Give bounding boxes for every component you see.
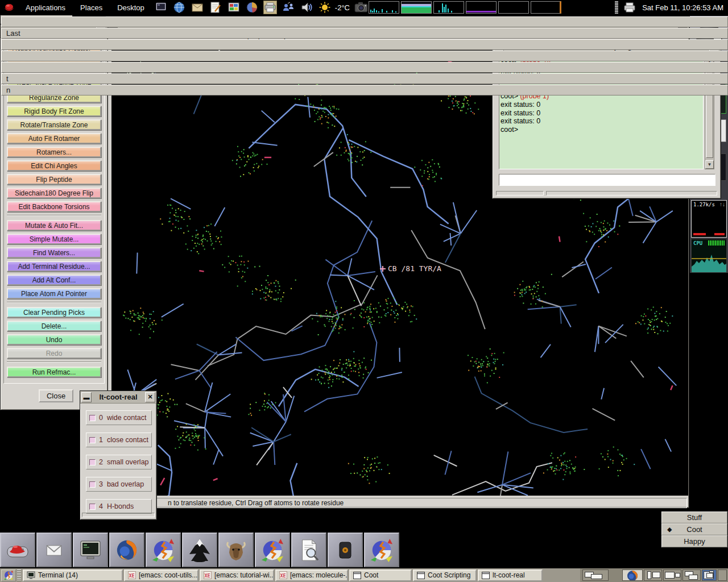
screenshot-camera-icon[interactable] (354, 1, 368, 14)
auto-fit-rotamer-button[interactable]: Auto Fit Rotamer (7, 133, 101, 144)
task-lt-coot-real[interactable]: lt-coot-real (478, 569, 543, 581)
dock-media-app-icon[interactable] (328, 533, 363, 567)
dock-coot-icon[interactable] (364, 533, 399, 567)
workspace-row-2[interactable] (1, 39, 728, 50)
workspace-cell[interactable] (718, 569, 727, 581)
redhat-menu-icon[interactable] (2, 1, 16, 14)
checkbox-2-small-overlap[interactable] (89, 459, 96, 465)
flip-peptide-button[interactable]: Flip Peptide (7, 174, 101, 185)
window-menu-button[interactable]: ▬ (81, 392, 92, 402)
sidechain180-degree-flip-button[interactable]: Sidechain180 Degree Flip (7, 188, 101, 198)
print-queue-icon[interactable] (623, 1, 636, 14)
terminal-icon (27, 571, 35, 579)
places-menu[interactable]: Places (80, 3, 102, 12)
applications-menu[interactable]: Applications (26, 3, 65, 12)
workspace-cell[interactable] (663, 569, 681, 581)
user-share-icon[interactable] (282, 1, 295, 14)
contact-label: 3 bad overlap (99, 480, 144, 488)
rotate-translate-zone-button[interactable]: Rotate/Translate Zone (7, 119, 101, 130)
redo-button[interactable]: Redo (7, 348, 101, 359)
workspace-row-6[interactable]: n (1, 85, 728, 95)
volume-icon[interactable] (300, 1, 313, 14)
workspace-cell[interactable] (644, 569, 662, 581)
window-icon (353, 572, 361, 579)
checkbox-3-bad-overlap[interactable] (89, 481, 96, 488)
clock[interactable]: Sat Feb 11, 10:26:53 AM (642, 3, 723, 12)
resize-grip[interactable] (546, 191, 717, 196)
edit-backbone-torsions-button[interactable]: Edit Backbone Torsions (7, 201, 101, 212)
dock-document-search-icon[interactable] (291, 533, 326, 567)
dock-redhat-switcher-icon[interactable] (0, 533, 35, 567)
dock-inkscape-icon[interactable] (182, 533, 217, 567)
scripting-input[interactable] (499, 174, 715, 186)
workspace-name: Coot (686, 525, 702, 534)
workspace-menu-stuff[interactable]: Stuff (661, 512, 727, 523)
workspace-row-1[interactable]: Last (1, 28, 728, 39)
xemacs-icon: XE (279, 571, 287, 579)
mfr-separator (7, 361, 101, 363)
delete-button[interactable]: Delete... (7, 321, 101, 331)
scripting-line: coot> (500, 126, 702, 134)
workspace-row-5[interactable]: t (1, 73, 728, 84)
workspace-row-3[interactable] (1, 51, 728, 61)
task-coot-scripting[interactable]: Coot Scripting (413, 569, 477, 581)
find-waters-button[interactable]: Find Waters... (7, 247, 101, 258)
desktop-menu[interactable]: Desktop (117, 3, 144, 12)
checkbox-1-close-contact[interactable] (89, 437, 96, 443)
workspace-menu-happy[interactable]: Happy (661, 535, 727, 547)
workspace-cell[interactable] (682, 569, 701, 581)
pie-monitor-icon[interactable] (245, 1, 259, 14)
undo-button[interactable]: Undo (7, 334, 101, 345)
dock-coot-icon[interactable] (255, 533, 290, 567)
drag-handle[interactable] (17, 569, 21, 581)
add-terminal-residue-button[interactable]: Add Terminal Residue... (7, 261, 101, 272)
place-atom-at-pointer-button[interactable]: Place Atom At Pointer (7, 288, 101, 299)
workspace-switcher (580, 568, 728, 582)
svg-text:XE: XE (280, 573, 286, 579)
taskbar: Terminal (14)XE[emacs: coot-utils....XE[… (0, 568, 728, 582)
terminal-icon[interactable] (154, 1, 168, 14)
task-emacs-molecule[interactable]: XE[emacs: molecule-... (275, 569, 348, 581)
notes-icon[interactable] (209, 1, 222, 14)
scripting-line: exit status: 0 (500, 109, 702, 118)
mutate-auto-fit-button[interactable]: Mutate & Auto Fit... (7, 220, 101, 231)
dock-emacs-gnu-icon[interactable] (218, 533, 254, 567)
checkbox-4-h-bonds[interactable] (89, 504, 96, 510)
task-emacs-tutorial-wi[interactable]: XE[emacs: tutorial-wi... (200, 569, 274, 581)
dock-firefox-icon[interactable] (109, 533, 144, 567)
workspace-cell[interactable] (582, 569, 609, 581)
weather-sun-icon[interactable] (318, 1, 332, 14)
monitor-graph-disk (531, 1, 561, 14)
edit-chi-angles-button[interactable]: Edit Chi Angles (7, 160, 101, 171)
web-browser-icon[interactable] (172, 1, 186, 14)
task-coot[interactable]: Coot (349, 569, 412, 581)
rotamers-button[interactable]: Rotamers... (7, 147, 101, 157)
simple-mutate-button[interactable]: Simple Mutate... (7, 234, 101, 244)
rigid-body-fit-zone-button[interactable]: Rigid Body Fit Zone (7, 106, 101, 117)
checkbox-0-wide-contact[interactable] (89, 415, 96, 421)
close-button[interactable]: Close (39, 389, 73, 402)
printer-icon[interactable] (263, 1, 277, 14)
resize-grip[interactable] (496, 191, 544, 196)
task-emacs-coot-utils[interactable]: XE[emacs: coot-utils.... (124, 569, 198, 581)
taskbar-launcher-icon[interactable] (1, 569, 16, 581)
add-alt-conf-button[interactable]: Add Alt Conf... (7, 275, 101, 285)
monitor-graph-memory (401, 1, 432, 14)
workspace-row-0[interactable] (1, 16, 728, 27)
scroll-down-icon[interactable]: ▼ (705, 160, 714, 169)
dock-terminal-icon[interactable] (73, 533, 108, 567)
monitor-graph-swap (466, 1, 497, 14)
close-icon[interactable]: ✕ (145, 392, 155, 402)
workspace-row-4[interactable] (1, 62, 728, 73)
clear-pending-picks-button[interactable]: Clear Pending Picks (7, 307, 101, 318)
task-terminal-14[interactable]: Terminal (14) (23, 569, 123, 581)
display-colors-icon[interactable] (227, 1, 241, 14)
dock-coot-icon[interactable] (146, 533, 181, 567)
run-refmac-button[interactable]: Run Refmac... (7, 367, 101, 377)
workspace-cell-firefox[interactable] (622, 569, 643, 581)
task-label: lt-coot-real (493, 571, 525, 579)
workspace-cell-current[interactable] (702, 569, 717, 581)
dock-mail-icon[interactable] (36, 533, 72, 567)
mail-icon[interactable] (191, 1, 204, 14)
workspace-menu-coot[interactable]: ◆Coot (661, 523, 727, 535)
